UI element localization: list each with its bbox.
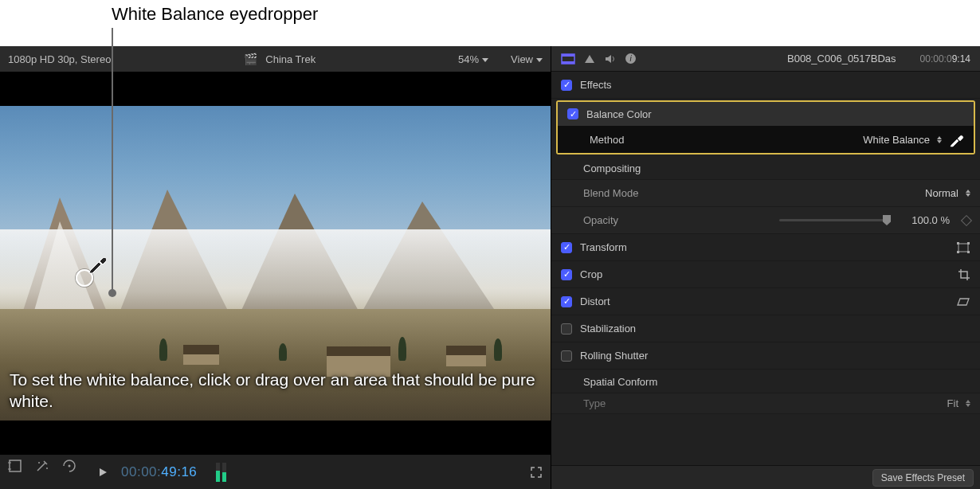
retime-tool-menu[interactable] (62, 459, 76, 485)
method-label: Method (590, 134, 624, 146)
enhance-tool-menu[interactable] (35, 459, 49, 485)
viewer-canvas[interactable]: To set the white balance, click or drag … (0, 72, 551, 454)
info-inspector-tab[interactable]: i (625, 53, 637, 65)
save-effects-preset-button[interactable]: Save Effects Preset (872, 469, 974, 487)
type-popup[interactable]: Fit (947, 397, 970, 409)
balance-color-label: Balance Color (586, 108, 652, 120)
eyedropper-cursor[interactable] (76, 269, 93, 287)
fullscreen-button[interactable] (530, 466, 543, 479)
timecode-display[interactable]: 00:00:49:16 (121, 464, 197, 480)
effects-section-label: Effects (580, 79, 612, 91)
annotation-label: White Balance eyedropper (112, 4, 318, 24)
stabilization-label: Stabilization (580, 323, 636, 334)
stabilization-checkbox[interactable] (561, 323, 572, 334)
transform-label: Transform (580, 241, 627, 253)
clip-name-label: B008_C006_0517BDas (787, 53, 896, 65)
blend-mode-label: Blend Mode (583, 187, 638, 199)
opacity-label: Opacity (583, 214, 618, 226)
annotation-leader-line (112, 28, 113, 291)
svg-rect-14 (957, 251, 959, 253)
popup-arrows-icon (966, 400, 970, 407)
popup-arrows-icon (966, 190, 970, 197)
svg-rect-12 (957, 242, 959, 244)
svg-point-4 (46, 467, 48, 469)
crop-label: Crop (580, 268, 602, 280)
svg-point-3 (38, 462, 40, 464)
svg-rect-0 (10, 460, 21, 471)
svg-rect-11 (958, 244, 968, 252)
opacity-slider[interactable] (779, 219, 891, 221)
project-name[interactable]: China Trek (265, 53, 316, 65)
method-popup[interactable]: White Balance (863, 134, 942, 146)
transform-tool-menu[interactable] (8, 459, 22, 485)
compositing-section-label: Compositing (551, 156, 980, 180)
view-menu[interactable]: View (511, 53, 543, 65)
svg-rect-7 (562, 54, 574, 57)
svg-rect-8 (562, 61, 574, 64)
distort-label: Distort (580, 295, 610, 307)
chevron-down-icon (482, 58, 488, 62)
balance-color-checkbox[interactable] (567, 108, 578, 119)
crop-onscreen-icon[interactable] (958, 268, 970, 281)
distort-onscreen-icon[interactable] (956, 297, 970, 307)
white-balance-eyedropper-button[interactable] (948, 131, 964, 147)
popup-arrows-icon (937, 136, 942, 143)
spatial-conform-label: Spatial Conform (551, 370, 980, 393)
blend-mode-popup[interactable]: Normal (925, 187, 970, 199)
zoom-popup[interactable]: 54% (458, 53, 488, 65)
distort-checkbox[interactable] (561, 296, 572, 307)
play-button[interactable] (97, 467, 108, 478)
video-inspector-tab[interactable] (561, 53, 575, 65)
transform-onscreen-icon[interactable] (956, 242, 970, 253)
viewer-instruction-text: To set the white balance, click or drag … (10, 369, 541, 413)
rolling-shutter-label: Rolling Shutter (580, 350, 648, 362)
audio-meter (216, 463, 226, 482)
svg-rect-15 (967, 251, 970, 253)
type-label: Type (583, 397, 606, 409)
effects-checkbox[interactable] (561, 80, 572, 91)
format-label: 1080p HD 30p, Stereo (8, 53, 111, 65)
generator-inspector-tab[interactable] (583, 53, 596, 65)
chevron-down-icon (536, 58, 543, 62)
clip-timecode: 00:00:09:14 (920, 53, 970, 65)
audio-inspector-tab[interactable] (604, 53, 617, 65)
svg-point-5 (69, 465, 71, 467)
clapperboard-icon: 🎬 (244, 53, 257, 65)
keyframe-button[interactable] (961, 214, 972, 225)
crop-checkbox[interactable] (561, 269, 572, 280)
transform-checkbox[interactable] (561, 242, 572, 253)
balance-color-effect-group: Balance Color Method White Balance (556, 100, 975, 155)
opacity-value[interactable]: 100.0 % (900, 214, 956, 226)
svg-rect-13 (967, 242, 970, 244)
rolling-shutter-checkbox[interactable] (561, 350, 572, 362)
